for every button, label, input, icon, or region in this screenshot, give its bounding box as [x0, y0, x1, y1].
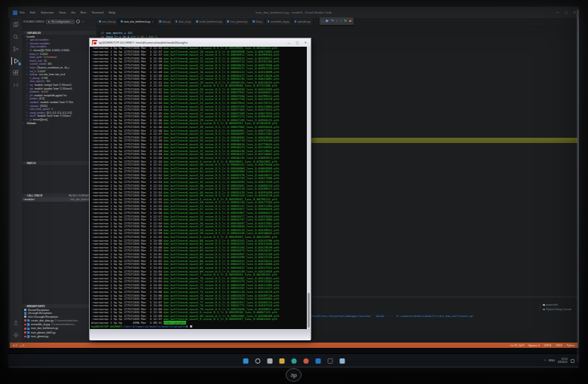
breakpoint-file-name: train_dae_bottleneck.py: [31, 327, 58, 330]
status-errors[interactable]: ⊗0: [13, 344, 17, 347]
variable-value: 1: [51, 108, 53, 111]
tab-train_dae_bottleneck.py[interactable]: train_dae_bottleneck.py×: [118, 18, 157, 25]
menu-view[interactable]: View: [59, 7, 66, 18]
window-controls: [556, 7, 576, 18]
more-actions-icon[interactable]: [81, 20, 85, 23]
prompt-symbol: $: [186, 325, 190, 328]
checkbox[interactable]: [24, 315, 26, 318]
step-into-icon[interactable]: ↓: [336, 17, 338, 25]
breakpoint-file-name: train_glmnet_fold7.py: [31, 331, 55, 334]
variable-name: init_lr:: [30, 70, 37, 73]
hp-logo-text: hp: [291, 373, 297, 378]
console-window[interactable]: hp@DESKTOP-6OCH8K7: /mnt/d/numerai/model…: [89, 38, 311, 340]
taskbar-notepad-icon[interactable]: [339, 358, 345, 364]
remote-icon[interactable]: [11, 81, 20, 89]
variable-name: torch:: [30, 114, 36, 117]
checkbox[interactable]: [27, 319, 29, 322]
status-item[interactable]: CRLF: [556, 344, 562, 347]
breakpoint-file-row[interactable]: train_glmnet.py212: [22, 334, 96, 338]
run-and-debug-icon[interactable]: 1: [11, 57, 20, 65]
notification-center-icon[interactable]: [571, 359, 574, 363]
restart-icon[interactable]: ↻: [344, 17, 347, 25]
status-item[interactable]: Ln 72, Col 9: [510, 344, 524, 347]
menu-selection[interactable]: Selection: [41, 7, 54, 18]
tab-full.py[interactable]: full.py: [250, 18, 265, 25]
call-stack-label: CALL STACK: [27, 194, 43, 197]
tab-ensemble_my.py[interactable]: ensemble_my.py: [265, 18, 292, 25]
breakpoint-label: User Uncaught Exceptions: [28, 315, 58, 318]
tab-train_glmnet.py[interactable]: train_glmnet.py: [225, 18, 250, 25]
extensions-icon[interactable]: [11, 69, 20, 77]
close-icon[interactable]: [573, 7, 576, 18]
tab-train_dae.py[interactable]: train_dae.py: [96, 18, 118, 25]
account-icon[interactable]: [11, 319, 20, 327]
frame-name: <module>: [23, 198, 35, 201]
prompt-user: hp@DESKTOP-6OCH8K7: [91, 325, 122, 328]
continue-icon[interactable]: ▶: [326, 17, 329, 25]
tab-data_v2.py[interactable]: data_v2.py: [173, 18, 194, 25]
drag-handle-icon[interactable]: ⠿: [322, 20, 323, 23]
close-icon[interactable]: ×: [152, 20, 154, 23]
menu-terminal[interactable]: Terminal: [92, 7, 104, 18]
minimize-icon[interactable]: [556, 7, 559, 18]
menu-edit[interactable]: Edit: [30, 7, 35, 18]
terminal-list-item[interactable]: Python Debug Console: [543, 308, 571, 311]
console-maximize-icon[interactable]: [296, 38, 299, 47]
status-item[interactable]: UTF-8: [544, 344, 551, 347]
taskbar-file-explorer-icon[interactable]: [279, 358, 284, 364]
taskbar-terminal-icon[interactable]: [327, 358, 332, 364]
menu-run[interactable]: Run: [81, 7, 87, 18]
chevron-icon: [26, 73, 29, 76]
search-icon[interactable]: [11, 33, 20, 41]
taskbar-task-view-icon[interactable]: [267, 358, 272, 364]
python-file-icon: [268, 20, 270, 23]
taskbar-start-icon[interactable]: [243, 358, 248, 364]
taskbar-browser-chrome-icon[interactable]: [303, 358, 308, 364]
status-item[interactable]: Spaces: 4: [528, 344, 540, 347]
checkbox[interactable]: [27, 328, 29, 330]
console-scrollbar[interactable]: [307, 47, 311, 329]
checkbox[interactable]: [24, 309, 26, 311]
tab-label: train_dae_bottleneck.py: [124, 20, 150, 23]
checkbox[interactable]: [27, 335, 29, 337]
source-control-icon[interactable]: [11, 45, 20, 53]
settings-gear-icon[interactable]: [11, 331, 20, 339]
tab-label: ensemble_my.py: [271, 20, 289, 23]
console-minimize-icon[interactable]: [287, 38, 290, 47]
step-over-icon[interactable]: ↷: [331, 17, 334, 25]
tray-language[interactable]: ENG: [549, 359, 555, 362]
scrollbar-thumb[interactable]: [308, 293, 310, 328]
explorer-icon[interactable]: [11, 21, 20, 29]
terminal-list-item[interactable]: powershell: [543, 303, 571, 306]
python-file-icon: [295, 20, 297, 23]
tray-clock[interactable]: 13:12 3/3/2021: [558, 358, 568, 364]
console-titlebar[interactable]: hp@DESKTOP-6OCH8K7: /mnt/d/numerai/model…: [90, 38, 311, 47]
menu-file[interactable]: File: [20, 7, 25, 18]
menu-help[interactable]: Help: [109, 7, 115, 18]
tab-data.py[interactable]: data.py: [157, 18, 173, 25]
configurations-dropdown[interactable]: No Configurations: [46, 20, 75, 24]
console-close-icon[interactable]: [304, 38, 307, 47]
status-warnings-count: 0: [23, 344, 24, 347]
menu-go[interactable]: Go: [71, 7, 75, 18]
maximize-icon[interactable]: [565, 7, 568, 18]
taskbar-search-icon[interactable]: [255, 358, 260, 364]
gear-icon[interactable]: [76, 20, 80, 23]
checkbox[interactable]: [27, 331, 29, 334]
tab-uploader.py[interactable]: uploader.py: [292, 18, 314, 25]
stop-icon[interactable]: ■: [349, 17, 351, 25]
status-warnings[interactable]: △0: [20, 344, 24, 347]
system-tray[interactable]: ^ ENG 13:12 3/3/2021: [544, 354, 574, 367]
checkbox[interactable]: [24, 312, 26, 314]
tray-chevron-icon[interactable]: ^: [544, 359, 546, 362]
variable-value: module 'matplotlib.pyplot' fro: [35, 94, 67, 97]
globals-label: Globals: [27, 122, 36, 125]
variable-value: module 'pandas' from 'C:\\Users\\: [35, 87, 72, 90]
taskbar-vscode-icon[interactable]: [315, 358, 320, 364]
tab-model_bottleneck.py[interactable]: model_bottleneck.py: [194, 18, 225, 25]
status-item[interactable]: Python: [567, 344, 574, 347]
checkbox[interactable]: [27, 323, 29, 325]
taskbar-browser-edge-icon[interactable]: [291, 358, 296, 364]
debug-sidebar: RUN AND DEBUG No Configurations VARIABLE…: [22, 18, 96, 343]
step-out-icon[interactable]: ↑: [340, 17, 341, 25]
